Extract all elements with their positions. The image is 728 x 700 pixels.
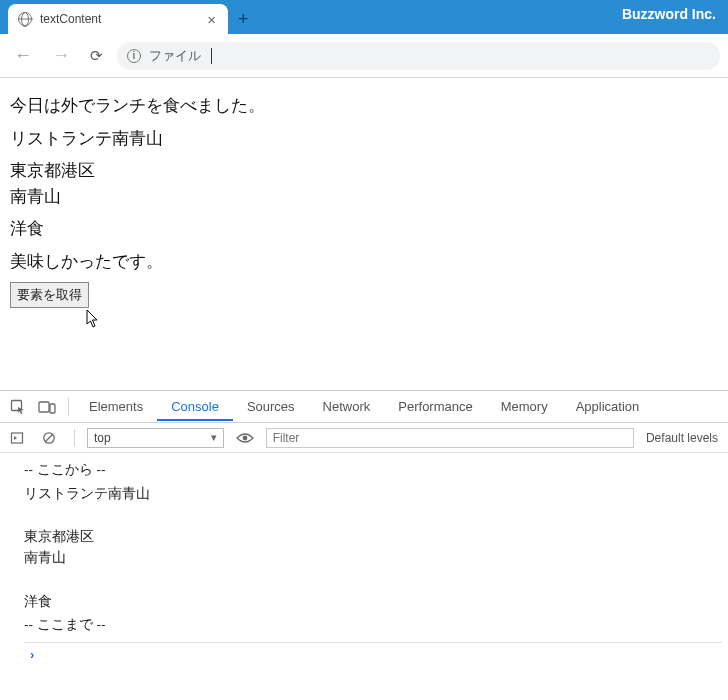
console-line: -- ここから -- bbox=[24, 459, 722, 481]
browser-navbar: ← → ⟳ i ファイル bbox=[0, 34, 728, 78]
paragraph: 東京都港区 南青山 bbox=[10, 158, 718, 209]
separator bbox=[68, 398, 69, 416]
device-toggle-icon[interactable] bbox=[32, 396, 62, 418]
console-line: 南青山 bbox=[24, 547, 722, 569]
tab-elements[interactable]: Elements bbox=[75, 392, 157, 421]
paragraph: リストランテ南青山 bbox=[10, 126, 718, 152]
inspect-icon[interactable] bbox=[4, 395, 32, 419]
mouse-cursor-icon bbox=[86, 309, 100, 329]
tab-console[interactable]: Console bbox=[157, 392, 233, 421]
browser-titlebar: textContent × + Buzzword Inc. bbox=[0, 0, 728, 34]
back-button[interactable]: ← bbox=[8, 41, 38, 70]
context-select-value: top bbox=[94, 431, 111, 445]
console-sidebar-toggle-icon[interactable] bbox=[4, 427, 30, 449]
context-select[interactable]: top bbox=[87, 428, 224, 448]
log-levels-select[interactable]: Default levels bbox=[640, 431, 724, 445]
close-icon[interactable]: × bbox=[203, 11, 220, 28]
svg-rect-2 bbox=[50, 404, 55, 413]
console-toolbar: top Default levels bbox=[0, 423, 728, 453]
address-bar[interactable]: i ファイル bbox=[117, 42, 720, 70]
tab-application[interactable]: Application bbox=[562, 392, 654, 421]
svg-point-6 bbox=[242, 435, 247, 440]
get-element-button[interactable]: 要素を取得 bbox=[10, 282, 89, 308]
tab-performance[interactable]: Performance bbox=[384, 392, 486, 421]
svg-line-5 bbox=[45, 434, 52, 441]
console-line: 洋食 bbox=[24, 591, 722, 613]
tab-sources[interactable]: Sources bbox=[233, 392, 309, 421]
live-expression-icon[interactable] bbox=[230, 427, 260, 449]
console-line: 東京都港区 bbox=[24, 526, 722, 548]
separator bbox=[74, 429, 75, 447]
console-output: -- ここから -- リストランテ南青山 東京都港区 南青山 洋食 -- ここま… bbox=[0, 453, 728, 666]
browser-tab[interactable]: textContent × bbox=[8, 4, 228, 34]
paragraph: 洋食 bbox=[10, 216, 718, 242]
svg-rect-1 bbox=[39, 402, 49, 412]
paragraph: 今日は外でランチを食べました。 bbox=[10, 93, 718, 119]
console-line: -- ここまで -- bbox=[24, 614, 722, 636]
devtools-panel: Elements Console Sources Network Perform… bbox=[0, 390, 728, 700]
text-cursor bbox=[211, 48, 212, 64]
paragraph: 美味しかったです。 bbox=[10, 249, 718, 275]
forward-button[interactable]: → bbox=[46, 41, 76, 70]
text-line: 南青山 bbox=[10, 187, 61, 205]
clear-console-icon[interactable] bbox=[36, 427, 62, 449]
console-filter-input[interactable] bbox=[266, 428, 634, 448]
console-prompt[interactable]: › bbox=[24, 642, 722, 666]
globe-icon bbox=[18, 12, 32, 26]
chevron-right-icon: › bbox=[30, 647, 34, 662]
brand-label: Buzzword Inc. bbox=[622, 6, 716, 22]
console-message: -- ここから -- リストランテ南青山 東京都港区 南青山 洋食 -- ここま… bbox=[24, 457, 722, 642]
page-content: 今日は外でランチを食べました。 リストランテ南青山 東京都港区 南青山 洋食 美… bbox=[0, 78, 728, 351]
console-line: リストランテ南青山 bbox=[24, 483, 722, 505]
reload-button[interactable]: ⟳ bbox=[84, 43, 109, 69]
devtools-tabbar: Elements Console Sources Network Perform… bbox=[0, 391, 728, 423]
text-line: 東京都港区 bbox=[10, 161, 95, 179]
info-icon: i bbox=[127, 49, 141, 63]
tab-title: textContent bbox=[40, 12, 101, 26]
tab-memory[interactable]: Memory bbox=[487, 392, 562, 421]
new-tab-button[interactable]: + bbox=[228, 4, 259, 34]
address-bar-text: ファイル bbox=[149, 47, 201, 65]
tab-network[interactable]: Network bbox=[309, 392, 385, 421]
